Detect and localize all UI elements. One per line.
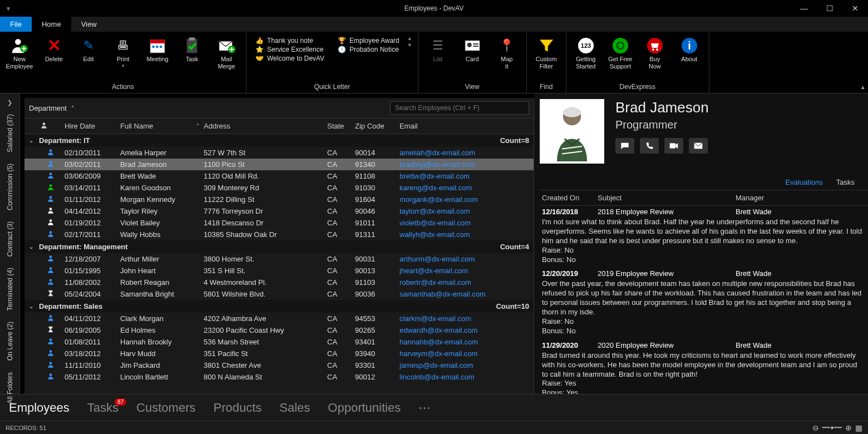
group-row[interactable]: ⌄Department: ManagementCount=4	[24, 240, 534, 253]
evaluation-entry[interactable]: 12/20/20192019 Employee ReviewBrett Wade…	[542, 268, 862, 336]
btab-opportunities[interactable]: Opportunities	[328, 401, 401, 415]
table-row[interactable]: 12/18/2007Arthur Miller3800 Homer St.CA9…	[24, 253, 534, 265]
sidebar-item-3[interactable]: Terminated (4)	[6, 262, 14, 316]
message-button[interactable]	[615, 138, 634, 154]
person-icon	[37, 206, 65, 216]
sidebar-expand-icon[interactable]: ❯	[7, 97, 12, 108]
eval-col-subject[interactable]: Subject	[598, 194, 736, 202]
table-row[interactable]: 03/06/2009Brett Wade1120 Old Mill Rd.CA9…	[24, 170, 534, 182]
employee-grid: Department˄ Hire Date Full Name˄ Address…	[24, 98, 534, 394]
table-row[interactable]: 11/08/2002Robert Reagan4 Westmoreland Pl…	[24, 277, 534, 288]
get-free-support-button[interactable]: Get Free Support	[604, 36, 637, 71]
ql-welcome[interactable]: 🤝Welcome to DevAV	[255, 55, 324, 62]
close-button[interactable]: ✕	[842, 0, 868, 17]
btab-employees[interactable]: Employees	[9, 401, 70, 415]
zoom-in-icon[interactable]: ⊕	[845, 423, 852, 432]
ql-probation-notice[interactable]: 🕓Probation Notice	[338, 46, 400, 53]
table-row[interactable]: 03/02/2011Brad Jameson1100 Pico StCA9134…	[24, 159, 534, 170]
maximize-button[interactable]: ☐	[817, 0, 842, 17]
col-zip[interactable]: Zip Code	[355, 122, 400, 130]
table-row[interactable]: 06/19/2005Ed Holmes23200 Pacific Coast H…	[24, 324, 534, 336]
custom-filter-button[interactable]: Custom Filter	[530, 36, 563, 71]
person-icon	[37, 361, 65, 370]
sidebar-item-1[interactable]: Commission (5)	[6, 158, 14, 216]
tab-evaluations[interactable]: Evaluations	[779, 175, 830, 190]
svg-point-12	[467, 43, 471, 47]
table-row[interactable]: 01/15/1995John Heart351 S Hill St.CA9001…	[24, 265, 534, 277]
eval-col-created[interactable]: Created On	[542, 194, 598, 202]
btab-products[interactable]: Products	[213, 401, 262, 415]
ql-employee-award[interactable]: 🏆Employee Award	[338, 37, 400, 45]
col-hire-date[interactable]: Hire Date	[65, 122, 120, 130]
getting-started-button[interactable]: 123Getting Started	[570, 36, 602, 71]
print-button[interactable]: 🖶Print▾	[107, 36, 139, 70]
thumbs-up-icon: 👍	[255, 37, 264, 45]
tab-tasks[interactable]: Tasks	[830, 175, 861, 190]
table-row[interactable]: 05/24/2004Samantha Bright5801 Wilshire B…	[24, 288, 534, 300]
mail-merge-button[interactable]: Mail Merge	[210, 36, 243, 71]
tab-view[interactable]: View	[71, 17, 107, 32]
meeting-button[interactable]: Meeting	[141, 36, 174, 64]
sidebar: ❯ Salaried (37)Commission (5)Contract (3…	[0, 93, 20, 394]
evaluation-entry[interactable]: 11/29/20202020 Employee ReviewBrett Wade…	[542, 339, 862, 394]
sidebar-item-0[interactable]: Salaried (37)	[6, 108, 14, 158]
ql-service-excellence[interactable]: ⭐Service Excellence	[255, 46, 324, 53]
table-row[interactable]: 02/17/2011Wally Hobbs10385 Shadow Oak Dr…	[24, 229, 534, 240]
table-row[interactable]: 04/14/2012Taylor Riley7776 Torreyson DrC…	[24, 205, 534, 217]
col-email[interactable]: Email	[400, 122, 534, 130]
group-row[interactable]: ⌄Department: SalesCount=10	[24, 300, 534, 313]
person-icon	[37, 230, 65, 239]
group-row[interactable]: ⌄Department: ITCount=8	[24, 134, 534, 147]
table-row[interactable]: 04/11/2012Clark Morgan4202 Alhambra AveC…	[24, 313, 534, 324]
search-input[interactable]	[390, 101, 529, 115]
btab-tasks[interactable]: Tasks87	[87, 401, 119, 415]
sidebar-item-2[interactable]: Contract (3)	[6, 216, 14, 262]
col-full-name[interactable]: Full Name˄	[120, 122, 204, 130]
minimize-button[interactable]: —	[791, 0, 817, 17]
btab-more[interactable]: ⋯	[418, 401, 431, 415]
tab-home[interactable]: Home	[32, 17, 71, 32]
col-state[interactable]: State	[327, 122, 355, 130]
zoom-out-icon[interactable]: ⊖	[812, 423, 819, 432]
table-row[interactable]: 11/11/2010Jim Packard3801 Chester AveCA9…	[24, 359, 534, 371]
table-row[interactable]: 01/08/2011Hannah Brookly536 Marsh Street…	[24, 336, 534, 348]
svg-point-35	[50, 279, 52, 282]
new-employee-button[interactable]: New Employee	[3, 36, 36, 71]
sidebar-item-4[interactable]: On Leave (2)	[6, 316, 14, 366]
table-row[interactable]: 03/18/2012Harv Mudd351 Pacific StCA93940…	[24, 348, 534, 359]
buy-now-button[interactable]: Buy Now	[639, 36, 671, 71]
delete-button[interactable]: ✕Delete	[38, 36, 70, 64]
group-by-pill[interactable]: Department˄	[29, 104, 74, 112]
about-button[interactable]: iAbout	[673, 36, 706, 64]
ql-down[interactable]: ▼	[407, 42, 412, 48]
card-view-button[interactable]: Card	[456, 36, 489, 64]
svg-point-24	[43, 122, 46, 125]
table-row[interactable]: 02/10/2011Amelia Harper527 W 7th StCA900…	[24, 147, 534, 159]
zoom-slider-icon[interactable]: ━━●━━	[822, 424, 842, 431]
task-button[interactable]: Task	[176, 36, 208, 64]
col-icon[interactable]	[24, 121, 65, 131]
evaluation-entry[interactable]: 12/16/20182018 Employee ReviewBrett Wade…	[542, 206, 862, 264]
map-it-button[interactable]: 📍Map it	[491, 36, 523, 71]
ql-up[interactable]: ▲	[407, 36, 412, 41]
table-row[interactable]: 01/11/2012Morgan Kennedy11222 Dilling St…	[24, 194, 534, 205]
ribbon-collapse-icon[interactable]: ▴	[861, 83, 865, 91]
video-button[interactable]	[664, 138, 683, 154]
clock-icon: 🕓	[338, 46, 346, 53]
btab-customers[interactable]: Customers	[136, 401, 195, 415]
phone-button[interactable]	[640, 138, 659, 154]
table-row[interactable]: 05/11/2012Lincoln Bartlett800 N Alameda …	[24, 371, 534, 383]
tab-file[interactable]: File	[0, 17, 32, 32]
table-row[interactable]: 01/19/2012Violet Bailey1418 Descanso DrC…	[24, 217, 534, 229]
btab-sales[interactable]: Sales	[279, 401, 310, 415]
table-row[interactable]: 03/14/2011Karen Goodson309 Monterey RdCA…	[24, 182, 534, 194]
email-button[interactable]	[689, 138, 708, 154]
col-address[interactable]: Address	[204, 122, 327, 130]
view-mode-icon[interactable]: ▦	[855, 423, 862, 432]
list-view-button[interactable]: ☰List	[422, 36, 454, 64]
edit-button[interactable]: ✎Edit	[72, 36, 105, 64]
svg-point-33	[50, 255, 52, 258]
eval-col-manager[interactable]: Manager	[736, 194, 866, 202]
ql-thank-you[interactable]: 👍Thank you note	[255, 37, 324, 45]
app-menu-caret[interactable]: ▼	[0, 6, 17, 12]
